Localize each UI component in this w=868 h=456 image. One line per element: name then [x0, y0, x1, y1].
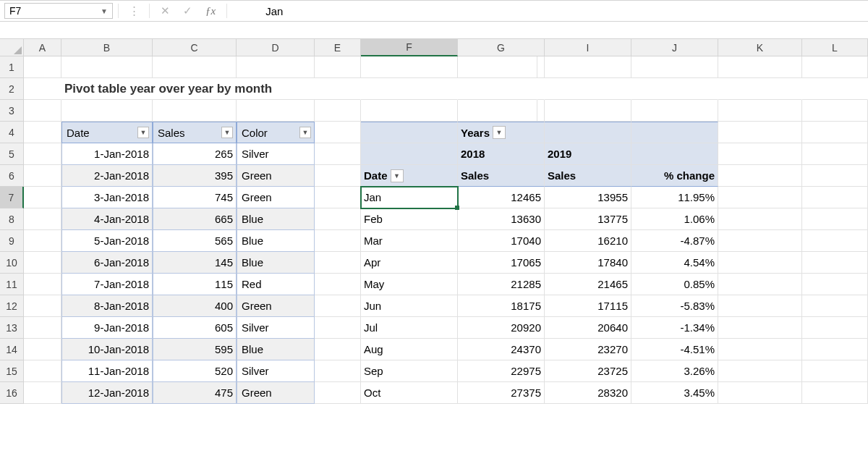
pivot-month: May — [364, 278, 384, 290]
col-header-J[interactable]: J — [631, 39, 718, 56]
name-box[interactable]: F7 ▼ — [4, 3, 113, 19]
cell-sales: 475 — [215, 387, 233, 399]
cell-color: Blue — [242, 256, 263, 269]
filter-dropdown-icon[interactable]: ▼ — [221, 127, 233, 138]
pivot-val1: 22975 — [511, 365, 541, 377]
spreadsheet-grid: 12345678910111213141516 ABCDEFGIJKL Pivo… — [0, 39, 868, 404]
cell-color: Blue — [242, 213, 263, 225]
row-header-12[interactable]: 12 — [0, 295, 24, 317]
row-header-1[interactable]: 1 — [0, 56, 24, 78]
pivot-month: Oct — [364, 387, 380, 399]
cell-color: Silver — [242, 321, 269, 334]
cells-area[interactable]: Pivot table year over year by monthDate▼… — [24, 56, 868, 404]
pivot-pct: 1.06% — [684, 213, 715, 225]
row-header-5[interactable]: 5 — [0, 143, 24, 165]
row-header-16[interactable]: 16 — [0, 382, 24, 404]
pivot-month: Feb — [364, 213, 383, 225]
formula-input[interactable]: Jan — [232, 3, 864, 19]
pivot-val1: 21285 — [511, 278, 541, 290]
pivot-sales-label-1: Sales — [461, 169, 489, 182]
pivot-month: Mar — [364, 235, 383, 247]
divider — [118, 4, 119, 18]
name-box-dropdown-icon[interactable]: ▼ — [101, 7, 108, 15]
cell-sales: 665 — [215, 213, 233, 225]
cell-color: Silver — [242, 148, 269, 160]
pivot-month: Sep — [364, 365, 383, 377]
pivot-val2: 20640 — [597, 321, 628, 334]
cell-date: 7-Jan-2018 — [94, 278, 149, 290]
filter-dropdown-icon[interactable]: ▼ — [137, 127, 149, 138]
enter-icon[interactable]: ✓ — [177, 3, 197, 19]
row-header-15[interactable]: 15 — [0, 360, 24, 382]
col-header-G[interactable]: G — [458, 39, 545, 56]
cell-sales: 595 — [215, 343, 233, 355]
row-header-2[interactable]: 2 — [0, 78, 24, 100]
row-header-8[interactable]: 8 — [0, 208, 24, 230]
cell-color: Green — [242, 300, 272, 312]
pivot-sales-label-2: Sales — [548, 169, 576, 182]
cell-sales: 115 — [215, 278, 233, 290]
row-header-3[interactable]: 3 — [0, 100, 24, 122]
col-header-K[interactable]: K — [718, 39, 802, 56]
pivot-val2: 16210 — [597, 235, 628, 247]
pivot-val1: 13630 — [511, 213, 541, 225]
col-header-B[interactable]: B — [61, 39, 153, 56]
col-header-C[interactable]: C — [153, 39, 237, 56]
name-box-value: F7 — [9, 5, 21, 17]
cell-date: 6-Jan-2018 — [94, 256, 149, 269]
column-headers: ABCDEFGIJKL — [24, 39, 868, 56]
cell-date: 11-Jan-2018 — [88, 365, 149, 377]
cell-color: Green — [242, 387, 272, 399]
pivot-month: Jan — [364, 191, 381, 203]
col-header-E[interactable]: E — [315, 39, 361, 56]
filter-dropdown-icon[interactable]: ▼ — [299, 127, 311, 138]
pivot-pct: -4.51% — [680, 343, 715, 355]
th-date: Date — [67, 127, 90, 139]
pivot-pct: 0.85% — [684, 278, 715, 290]
col-header-D[interactable]: D — [237, 39, 315, 56]
row-header-13[interactable]: 13 — [0, 317, 24, 339]
divider — [149, 4, 150, 18]
col-header-L[interactable]: L — [802, 39, 868, 56]
fx-icon[interactable]: ƒx — [200, 5, 221, 17]
ribbon-spacer — [0, 22, 868, 39]
pivot-val1: 17065 — [511, 256, 541, 269]
cell-date: 8-Jan-2018 — [94, 300, 149, 312]
col-header-F[interactable]: F — [361, 39, 458, 56]
pivot-date-label: Date — [364, 169, 388, 182]
cell-sales: 265 — [215, 148, 233, 160]
cell-sales: 565 — [215, 235, 233, 247]
pivot-dropdown-icon[interactable]: ▼ — [391, 169, 404, 182]
cell-color: Green — [242, 169, 272, 182]
col-header-I[interactable]: I — [545, 39, 631, 56]
pivot-year1: 2018 — [461, 148, 485, 160]
pivot-pct: 3.26% — [684, 365, 715, 377]
row-header-7[interactable]: 7 — [0, 187, 24, 208]
row-header-14[interactable]: 14 — [0, 339, 24, 360]
cell-date: 5-Jan-2018 — [94, 235, 149, 247]
col-header-A[interactable]: A — [24, 39, 61, 56]
select-all-corner[interactable] — [0, 39, 24, 56]
pivot-val1: 20920 — [511, 321, 541, 334]
cancel-icon[interactable]: ✕ — [155, 3, 175, 19]
page-title: Pivot table year over year by month — [64, 82, 272, 96]
row-header-4[interactable]: 4 — [0, 122, 24, 143]
row-header-6[interactable]: 6 — [0, 165, 24, 187]
cell-color: Blue — [242, 343, 263, 355]
cell-sales: 520 — [215, 365, 233, 377]
pivot-val2: 13955 — [597, 191, 628, 203]
row-headers: 12345678910111213141516 — [0, 56, 24, 404]
pivot-pct: -4.87% — [680, 235, 715, 247]
pivot-years-label: Years — [461, 127, 490, 139]
pivot-month: Aug — [364, 343, 383, 355]
pivot-pct: 3.45% — [684, 387, 715, 399]
pivot-val1: 18175 — [511, 300, 541, 312]
pivot-val1: 17040 — [511, 235, 541, 247]
row-header-10[interactable]: 10 — [0, 252, 24, 274]
pivot-val2: 28320 — [597, 387, 628, 399]
row-header-9[interactable]: 9 — [0, 230, 24, 252]
row-header-11[interactable]: 11 — [0, 274, 24, 295]
pivot-month: Apr — [364, 256, 380, 269]
pivot-val2: 21465 — [597, 278, 628, 290]
pivot-dropdown-icon[interactable]: ▼ — [493, 126, 506, 139]
